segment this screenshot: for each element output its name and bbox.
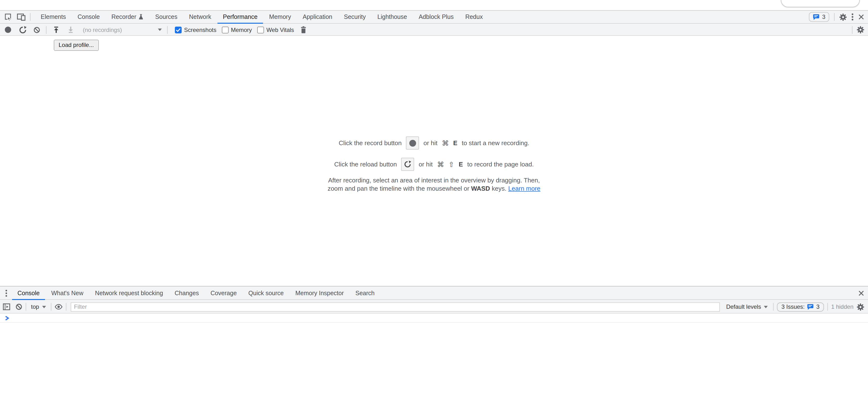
help-paragraph-line1: After recording, select an area of inter… bbox=[0, 177, 868, 184]
web-vitals-checkbox-label[interactable]: Web Vitals bbox=[267, 26, 294, 33]
record-instruction-pre: Click the record button bbox=[339, 139, 402, 147]
tab-elements[interactable]: Elements bbox=[35, 11, 72, 23]
record-button[interactable] bbox=[5, 27, 11, 33]
record-icon bbox=[409, 140, 416, 146]
tab-performance[interactable]: Performance bbox=[217, 11, 263, 23]
e-key: E bbox=[459, 161, 463, 168]
tab-lighthouse[interactable]: Lighthouse bbox=[372, 11, 413, 23]
save-profile-icon[interactable] bbox=[67, 26, 74, 34]
chevron-down-icon bbox=[42, 306, 46, 308]
performance-panel-content: Click the record button or hit ⌘ E to st… bbox=[0, 36, 868, 286]
recordings-select-value: (no recordings) bbox=[83, 26, 122, 33]
inspect-icon[interactable] bbox=[4, 13, 12, 21]
reload-instruction-pre: Click the reload button bbox=[334, 161, 397, 168]
drawer-tab-memory-inspector[interactable]: Memory Inspector bbox=[289, 286, 349, 300]
console-filter-input[interactable] bbox=[70, 302, 720, 311]
issues-counter-button[interactable]: 3 bbox=[809, 12, 829, 22]
tab-recorder[interactable]: Recorder bbox=[105, 11, 149, 23]
console-prompt-row[interactable] bbox=[0, 313, 868, 323]
drawer-tab-coverage[interactable]: Coverage bbox=[205, 286, 242, 300]
hidden-messages-count: 1 hidden bbox=[831, 303, 854, 310]
tab-adblock-plus[interactable]: Adblock Plus bbox=[413, 11, 460, 23]
help-line2-text: zoom and pan the timeline with the mouse… bbox=[328, 184, 471, 192]
reload-icon bbox=[404, 161, 411, 168]
web-vitals-checkbox[interactable] bbox=[257, 26, 264, 33]
e-key: E bbox=[453, 139, 457, 147]
page-top-strip bbox=[0, 0, 868, 10]
screenshots-checkbox[interactable] bbox=[175, 26, 182, 33]
divider bbox=[827, 303, 828, 311]
web-vitals-checkbox-group[interactable]: Web Vitals bbox=[257, 26, 294, 33]
device-toolbar-icon[interactable] bbox=[17, 13, 26, 21]
drawer-kebab-menu-icon[interactable] bbox=[0, 289, 11, 297]
reload-instruction-post: to record the page load. bbox=[467, 161, 534, 168]
drawer-tab-network-request-blocking[interactable]: Network request blocking bbox=[89, 286, 169, 300]
tab-application[interactable]: Application bbox=[297, 11, 338, 23]
kebab-menu-icon[interactable] bbox=[851, 13, 854, 21]
learn-more-link[interactable]: Learn more bbox=[508, 184, 540, 192]
tab-console[interactable]: Console bbox=[72, 11, 105, 23]
clear-console-icon[interactable] bbox=[16, 303, 22, 310]
page-pill-element bbox=[781, 0, 860, 7]
drawer-tab-whats-new[interactable]: What's New bbox=[45, 286, 89, 300]
tab-sources[interactable]: Sources bbox=[149, 11, 183, 23]
console-sidebar-icon[interactable] bbox=[3, 303, 10, 310]
settings-gear-icon[interactable] bbox=[839, 13, 847, 21]
reload-instruction-mid: or hit bbox=[419, 161, 433, 168]
drawer-tab-changes[interactable]: Changes bbox=[169, 286, 205, 300]
drawer-tab-search[interactable]: Search bbox=[350, 286, 380, 300]
divider bbox=[167, 26, 167, 34]
drawer-tab-console[interactable]: Console bbox=[11, 286, 45, 300]
drawer-close-icon[interactable] bbox=[858, 290, 864, 296]
memory-checkbox[interactable] bbox=[222, 26, 228, 33]
devtools-tabbar: Elements Console Recorder Sources Networ… bbox=[0, 10, 868, 24]
live-expression-eye-icon[interactable] bbox=[55, 304, 62, 310]
tab-security[interactable]: Security bbox=[338, 11, 372, 23]
inline-record-button[interactable] bbox=[406, 136, 419, 149]
screenshots-checkbox-group[interactable]: Screenshots bbox=[175, 26, 216, 33]
capture-settings-gear-icon[interactable] bbox=[857, 26, 864, 33]
divider bbox=[51, 303, 51, 311]
divider bbox=[30, 13, 31, 21]
log-levels-select[interactable]: Default levels bbox=[724, 303, 770, 310]
memory-checkbox-group[interactable]: Memory bbox=[222, 26, 252, 33]
recordings-select[interactable]: (no recordings) bbox=[83, 26, 162, 33]
wasd-keys: WASD bbox=[471, 184, 490, 192]
console-settings-gear-icon[interactable] bbox=[857, 303, 864, 310]
javascript-context-select[interactable]: top bbox=[30, 303, 47, 310]
tab-memory[interactable]: Memory bbox=[263, 11, 297, 23]
close-icon[interactable] bbox=[858, 14, 864, 20]
record-instruction-post: to start a new recording. bbox=[462, 139, 529, 147]
record-instruction-mid: or hit bbox=[424, 139, 438, 147]
tab-redux[interactable]: Redux bbox=[459, 11, 489, 23]
memory-checkbox-label[interactable]: Memory bbox=[231, 26, 252, 33]
divider bbox=[46, 26, 46, 34]
tab-recorder-label: Recorder bbox=[112, 13, 136, 20]
issues-count: 3 bbox=[822, 13, 826, 20]
log-levels-value: Default levels bbox=[726, 303, 761, 310]
chevron-down-icon bbox=[764, 306, 768, 308]
performance-toolbar: (no recordings) Screenshots Memory Web V… bbox=[0, 24, 868, 36]
help-paragraph: After recording, select an area of inter… bbox=[0, 177, 868, 193]
prompt-chevron-icon bbox=[4, 315, 10, 320]
divider bbox=[66, 303, 66, 311]
clear-icon[interactable] bbox=[33, 26, 40, 33]
chevron-down-icon bbox=[158, 29, 162, 31]
drawer-tab-quick-source[interactable]: Quick source bbox=[243, 286, 290, 300]
help-paragraph-line2: zoom and pan the timeline with the mouse… bbox=[0, 184, 868, 193]
load-profile-tooltip: Load profile... bbox=[54, 40, 99, 51]
screenshots-checkbox-label[interactable]: Screenshots bbox=[184, 26, 216, 33]
console-issues-button[interactable]: 3 Issues: 3 bbox=[777, 302, 824, 311]
load-profile-icon[interactable] bbox=[52, 26, 60, 34]
reload-and-record-button[interactable] bbox=[19, 26, 27, 34]
divider bbox=[834, 13, 835, 21]
tab-network[interactable]: Network bbox=[183, 11, 217, 23]
inline-reload-button[interactable] bbox=[401, 158, 414, 171]
trash-icon[interactable] bbox=[300, 26, 307, 33]
drawer-tabbar: Console What's New Network request block… bbox=[0, 286, 868, 300]
shift-key-glyph: ⇧ bbox=[448, 161, 454, 168]
console-issues-count: 3 bbox=[816, 303, 819, 310]
issues-bubble-icon bbox=[807, 304, 814, 310]
devtools-window: Elements Console Recorder Sources Networ… bbox=[0, 0, 868, 406]
record-instruction-row: Click the record button or hit ⌘ E to st… bbox=[0, 136, 868, 149]
